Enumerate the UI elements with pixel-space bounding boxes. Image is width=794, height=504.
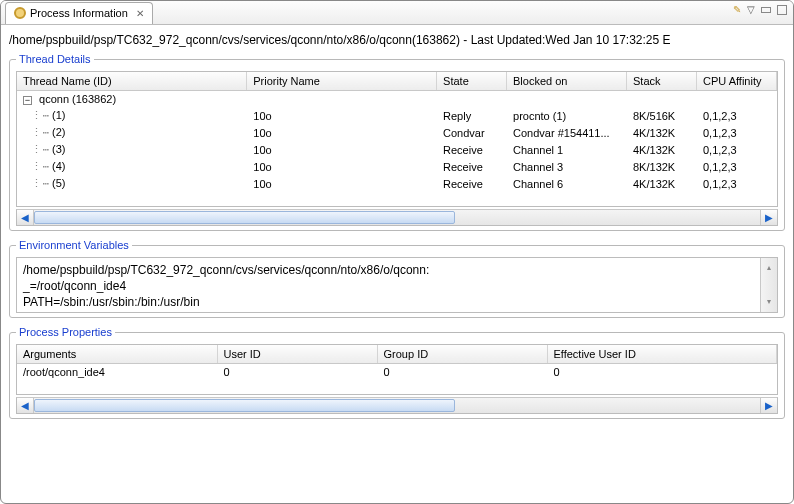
thread-row[interactable]: ⋮⋯ (2) 10o Condvar Condvar #154411... 4K… <box>17 124 777 141</box>
scroll-right-icon[interactable]: ▶ <box>760 210 777 225</box>
tree-line: ⋮⋯ <box>23 109 49 122</box>
scroll-thumb[interactable] <box>34 211 455 224</box>
thread-name: (1) <box>52 109 65 121</box>
col-arguments[interactable]: Arguments <box>17 345 217 364</box>
close-icon[interactable]: ✕ <box>136 8 144 19</box>
thread-stack: 4K/132K <box>627 175 697 192</box>
pp-uid: 0 <box>217 364 377 381</box>
col-blocked[interactable]: Blocked on <box>507 72 627 91</box>
scroll-track[interactable] <box>34 398 760 413</box>
col-cpu[interactable]: CPU Affinity <box>696 72 776 91</box>
tree-line: ⋮⋯ <box>23 177 49 190</box>
gear-icon <box>14 7 26 19</box>
thread-cpu: 0,1,2,3 <box>696 141 776 158</box>
empty-row <box>17 380 777 394</box>
thread-blocked: procnto (1) <box>507 107 627 124</box>
thread-details-legend: Thread Details <box>16 53 94 65</box>
content: /home/pspbuild/psp/TC632_972_qconn/cvs/s… <box>1 25 793 425</box>
scroll-up-icon[interactable]: ▴ <box>767 258 771 278</box>
col-effective-user-id[interactable]: Effective User ID <box>547 345 777 364</box>
col-stack[interactable]: Stack <box>627 72 697 91</box>
env-text[interactable]: /home/pspbuild/psp/TC632_972_qconn/cvs/s… <box>16 257 778 313</box>
scroll-right-icon[interactable]: ▶ <box>760 398 777 413</box>
thread-cpu: 0,1,2,3 <box>696 158 776 175</box>
col-user-id[interactable]: User ID <box>217 345 377 364</box>
env-legend: Environment Variables <box>16 239 132 251</box>
thread-blocked: Channel 3 <box>507 158 627 175</box>
thread-details-group: Thread Details Thread Name (ID) Priority… <box>9 53 785 231</box>
thread-priority: 10o <box>247 141 437 158</box>
minimize-icon[interactable] <box>761 7 771 13</box>
thread-priority: 10o <box>247 158 437 175</box>
col-group-id[interactable]: Group ID <box>377 345 547 364</box>
brush-icon[interactable]: ✎ <box>733 4 741 15</box>
thread-cpu: 0,1,2,3 <box>696 175 776 192</box>
thread-name: (4) <box>52 160 65 172</box>
thread-blocked: Channel 1 <box>507 141 627 158</box>
scroll-left-icon[interactable]: ◀ <box>17 210 34 225</box>
tree-line: ⋮⋯ <box>23 126 49 139</box>
thread-name: (3) <box>52 143 65 155</box>
thread-priority: 10o <box>247 175 437 192</box>
thread-state: Condvar <box>437 124 507 141</box>
thread-state: Receive <box>437 141 507 158</box>
pp-row[interactable]: /root/qconn_ide4 0 0 0 <box>17 364 777 381</box>
thread-state: Reply <box>437 107 507 124</box>
thread-cpu: 0,1,2,3 <box>696 107 776 124</box>
env-group: Environment Variables /home/pspbuild/psp… <box>9 239 785 318</box>
view-menu-icon[interactable]: ▽ <box>747 4 755 15</box>
thread-hscrollbar[interactable]: ◀ ▶ <box>16 209 778 226</box>
maximize-icon[interactable] <box>777 5 787 15</box>
toolbar-icons: ✎ ▽ <box>733 4 787 15</box>
thread-row[interactable]: ⋮⋯ (4) 10o Receive Channel 3 8K/132K 0,1… <box>17 158 777 175</box>
path-bar: /home/pspbuild/psp/TC632_972_qconn/cvs/s… <box>9 31 785 53</box>
scroll-thumb[interactable] <box>34 399 455 412</box>
thread-row[interactable]: ⋮⋯ (1) 10o Reply procnto (1) 8K/516K 0,1… <box>17 107 777 124</box>
pp-args: /root/qconn_ide4 <box>17 364 217 381</box>
col-thread-name[interactable]: Thread Name (ID) <box>17 72 247 91</box>
pp-table-wrap: Arguments User ID Group ID Effective Use… <box>16 344 778 395</box>
thread-row[interactable]: ⋮⋯ (3) 10o Receive Channel 1 4K/132K 0,1… <box>17 141 777 158</box>
scroll-left-icon[interactable]: ◀ <box>17 398 34 413</box>
parent-name: qconn (163862) <box>39 93 116 105</box>
thread-parent-row[interactable]: − qconn (163862) <box>17 91 777 108</box>
thread-stack: 4K/132K <box>627 124 697 141</box>
pp-legend: Process Properties <box>16 326 115 338</box>
pp-table: Arguments User ID Group ID Effective Use… <box>17 345 777 394</box>
empty-row <box>17 192 777 206</box>
thread-row[interactable]: ⋮⋯ (5) 10o Receive Channel 6 4K/132K 0,1… <box>17 175 777 192</box>
thread-stack: 4K/132K <box>627 141 697 158</box>
thread-cpu: 0,1,2,3 <box>696 124 776 141</box>
env-line: PATH=/sbin:/usr/sbin:/bin:/usr/bin <box>23 294 771 310</box>
thread-state: Receive <box>437 175 507 192</box>
collapse-icon[interactable]: − <box>23 96 32 105</box>
thread-table-wrap: Thread Name (ID) Priority Name State Blo… <box>16 71 778 207</box>
tab-process-information[interactable]: Process Information ✕ <box>5 2 153 24</box>
col-state[interactable]: State <box>437 72 507 91</box>
scroll-track[interactable] <box>34 210 760 225</box>
col-priority[interactable]: Priority Name <box>247 72 437 91</box>
thread-name: (5) <box>52 177 65 189</box>
env-line: /home/pspbuild/psp/TC632_972_qconn/cvs/s… <box>23 262 771 278</box>
env-vscrollbar[interactable]: ▴ ▾ <box>760 258 777 312</box>
pp-gid: 0 <box>377 364 547 381</box>
pp-euid: 0 <box>547 364 777 381</box>
tab-bar: Process Information ✕ ✎ ▽ <box>1 1 793 25</box>
tree-line: ⋮⋯ <box>23 143 49 156</box>
tree-line: ⋮⋯ <box>23 160 49 173</box>
thread-stack: 8K/132K <box>627 158 697 175</box>
tab-title: Process Information <box>30 7 128 19</box>
env-line: _=/root/qconn_ide4 <box>23 278 771 294</box>
pp-hscrollbar[interactable]: ◀ ▶ <box>16 397 778 414</box>
process-properties-group: Process Properties Arguments User ID Gro… <box>9 326 785 419</box>
thread-stack: 8K/516K <box>627 107 697 124</box>
thread-state: Receive <box>437 158 507 175</box>
thread-table: Thread Name (ID) Priority Name State Blo… <box>17 72 777 206</box>
thread-priority: 10o <box>247 124 437 141</box>
thread-priority: 10o <box>247 107 437 124</box>
thread-name: (2) <box>52 126 65 138</box>
scroll-down-icon[interactable]: ▾ <box>767 292 771 312</box>
thread-blocked: Channel 6 <box>507 175 627 192</box>
thread-blocked: Condvar #154411... <box>507 124 627 141</box>
